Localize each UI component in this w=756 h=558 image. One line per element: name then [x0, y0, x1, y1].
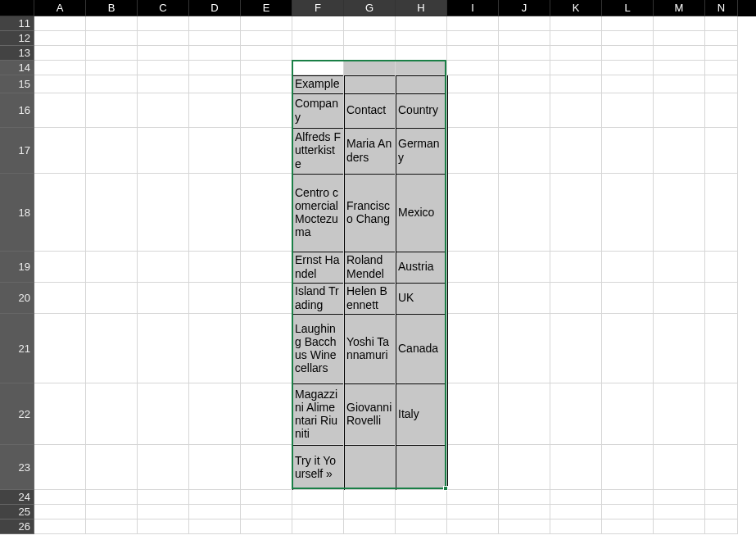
select-all-corner[interactable]: [0, 0, 34, 16]
cell-C12[interactable]: [138, 31, 189, 46]
cell-C13[interactable]: [138, 46, 189, 61]
cell-F17[interactable]: Alfreds Futterkiste: [292, 128, 344, 174]
cell-G18[interactable]: Francisco Chang: [344, 174, 396, 252]
cell-I15[interactable]: [447, 75, 499, 93]
cell-H17[interactable]: Germany: [396, 128, 447, 174]
cell-N16[interactable]: [705, 93, 738, 128]
cell-F14[interactable]: [292, 61, 344, 75]
column-header-I[interactable]: I: [447, 0, 499, 16]
cell-J23[interactable]: [499, 445, 550, 490]
cell-A18[interactable]: [34, 174, 86, 252]
cell-G21[interactable]: Yoshi Tannamuri: [344, 314, 396, 383]
cell-K25[interactable]: [550, 505, 602, 519]
column-header-D[interactable]: D: [189, 0, 241, 16]
cell-N14[interactable]: [705, 61, 738, 75]
cell-E25[interactable]: [241, 505, 292, 519]
cell-D16[interactable]: [189, 93, 241, 128]
cell-M17[interactable]: [654, 128, 705, 174]
cell-J11[interactable]: [499, 16, 550, 31]
row-header-20[interactable]: 20: [0, 283, 34, 314]
cell-A23[interactable]: [34, 445, 86, 490]
cell-J17[interactable]: [499, 128, 550, 174]
cell-N12[interactable]: [705, 31, 738, 46]
cell-K26[interactable]: [550, 519, 602, 534]
cell-K21[interactable]: [550, 314, 602, 383]
cell-K18[interactable]: [550, 174, 602, 252]
cell-L11[interactable]: [602, 16, 654, 31]
cell-N25[interactable]: [705, 505, 738, 519]
cell-L20[interactable]: [602, 283, 654, 314]
cell-C22[interactable]: [138, 383, 189, 445]
column-header-B[interactable]: B: [86, 0, 138, 16]
cell-M13[interactable]: [654, 46, 705, 61]
cell-H11[interactable]: [396, 16, 447, 31]
cell-D15[interactable]: [189, 75, 241, 93]
cell-B19[interactable]: [86, 252, 138, 283]
cell-K19[interactable]: [550, 252, 602, 283]
cell-M23[interactable]: [654, 445, 705, 490]
cell-L17[interactable]: [602, 128, 654, 174]
column-header-C[interactable]: C: [138, 0, 189, 16]
cell-F21[interactable]: Laughing Bacchus Winecellars: [292, 314, 344, 383]
cell-F12[interactable]: [292, 31, 344, 46]
cell-D24[interactable]: [189, 490, 241, 505]
cell-M22[interactable]: [654, 383, 705, 445]
cell-J18[interactable]: [499, 174, 550, 252]
cell-H19[interactable]: Austria: [396, 252, 447, 283]
cell-C14[interactable]: [138, 61, 189, 75]
cell-grid[interactable]: ExampleCompanyContactCountryAlfreds Futt…: [34, 16, 756, 558]
cell-N19[interactable]: [705, 252, 738, 283]
cell-J25[interactable]: [499, 505, 550, 519]
cell-A24[interactable]: [34, 490, 86, 505]
cell-B13[interactable]: [86, 46, 138, 61]
cell-L14[interactable]: [602, 61, 654, 75]
column-header-F[interactable]: F: [292, 0, 344, 16]
cell-C21[interactable]: [138, 314, 189, 383]
cell-H25[interactable]: [396, 505, 447, 519]
cell-B23[interactable]: [86, 445, 138, 490]
column-header-H[interactable]: H: [396, 0, 447, 16]
cell-D20[interactable]: [189, 283, 241, 314]
cell-L13[interactable]: [602, 46, 654, 61]
cell-N26[interactable]: [705, 519, 738, 534]
cell-B24[interactable]: [86, 490, 138, 505]
cell-N11[interactable]: [705, 16, 738, 31]
row-header-19[interactable]: 19: [0, 252, 34, 283]
cell-D11[interactable]: [189, 16, 241, 31]
cell-H18[interactable]: Mexico: [396, 174, 447, 252]
cell-J15[interactable]: [499, 75, 550, 93]
cell-G15[interactable]: [344, 75, 396, 93]
cell-E21[interactable]: [241, 314, 292, 383]
cell-K13[interactable]: [550, 46, 602, 61]
cell-A12[interactable]: [34, 31, 86, 46]
cell-G16[interactable]: Contact: [344, 93, 396, 128]
cell-M14[interactable]: [654, 61, 705, 75]
cell-A14[interactable]: [34, 61, 86, 75]
row-header-11[interactable]: 11: [0, 16, 34, 31]
cell-D23[interactable]: [189, 445, 241, 490]
cell-C24[interactable]: [138, 490, 189, 505]
cell-G13[interactable]: [344, 46, 396, 61]
cell-F15[interactable]: Example: [292, 75, 344, 93]
cell-B20[interactable]: [86, 283, 138, 314]
row-header-22[interactable]: 22: [0, 383, 34, 445]
column-header-M[interactable]: M: [654, 0, 705, 16]
cell-F19[interactable]: Ernst Handel: [292, 252, 344, 283]
cell-B18[interactable]: [86, 174, 138, 252]
cell-H16[interactable]: Country: [396, 93, 447, 128]
cell-J24[interactable]: [499, 490, 550, 505]
cell-I14[interactable]: [447, 61, 499, 75]
cell-A25[interactable]: [34, 505, 86, 519]
cell-D17[interactable]: [189, 128, 241, 174]
row-header-12[interactable]: 12: [0, 31, 34, 46]
cell-D21[interactable]: [189, 314, 241, 383]
cell-M12[interactable]: [654, 31, 705, 46]
cell-B17[interactable]: [86, 128, 138, 174]
cell-J19[interactable]: [499, 252, 550, 283]
cell-N18[interactable]: [705, 174, 738, 252]
cell-F24[interactable]: [292, 490, 344, 505]
cell-E13[interactable]: [241, 46, 292, 61]
cell-K24[interactable]: [550, 490, 602, 505]
cell-N24[interactable]: [705, 490, 738, 505]
cell-M11[interactable]: [654, 16, 705, 31]
